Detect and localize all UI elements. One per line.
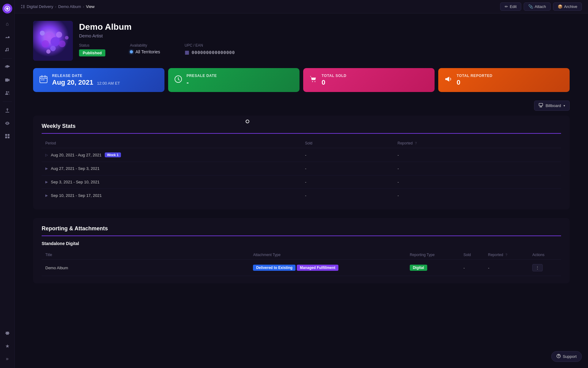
reporting-section: Reporting & Attachments Standalone Digit… — [33, 218, 570, 283]
svg-rect-28 — [43, 79, 44, 80]
expand-row-icon[interactable]: ▶ — [45, 167, 48, 171]
expand-sidebar-icon[interactable]: » — [2, 353, 13, 364]
total-reported-label: Total Reported — [457, 74, 492, 78]
sold-cell: - — [460, 260, 484, 276]
album-meta: Status Published Availability All Territ… — [79, 43, 570, 56]
table-row: ▶ Aug 27, 2021 - Sep 3, 2021 - - — [42, 162, 561, 175]
attach-button[interactable]: 📎 Attach — [524, 2, 551, 11]
stat-cards-row: Release Date Aug 20, 2021 12:00 AM ET Pr… — [33, 68, 570, 92]
edit-button[interactable]: ✏ Edit — [500, 2, 521, 11]
support-icon — [556, 354, 561, 359]
svg-point-17 — [56, 32, 62, 38]
reporting-title-cell: Demo Album — [42, 260, 249, 276]
billboard-label: Billboard — [545, 103, 561, 108]
breadcrumb-sep-1: › — [55, 4, 56, 9]
upload-icon[interactable] — [2, 105, 13, 116]
support-button[interactable]: Support — [551, 351, 582, 362]
expand-row-icon[interactable]: ▶ — [45, 180, 48, 184]
reporting-sub-title: Standalone Digital — [42, 241, 561, 246]
main-content: Digital Delivery › Demo Album › View ✏ E… — [15, 0, 588, 368]
col-reported: Reported ? — [484, 250, 529, 260]
period-text: Sep 10, 2021 - Sep 17, 2021 — [51, 193, 102, 198]
breadcrumb-root[interactable]: Digital Delivery — [27, 4, 53, 9]
page-content: Demo Album Demo Artist Status Published … — [15, 13, 588, 368]
total-reported-value: 0 — [457, 79, 492, 86]
release-date-card: Release Date Aug 20, 2021 12:00 AM ET — [33, 68, 164, 92]
table-row: ▶ Sep 3, 2021 - Sep 10, 2021 - - — [42, 175, 561, 189]
attachment-tag: Delivered to Existing — [253, 265, 296, 271]
presale-date-card: Presale Date - — [168, 68, 300, 92]
svg-point-3 — [6, 91, 7, 93]
billboard-dropdown[interactable]: Billboard ▾ — [534, 101, 570, 111]
clock-icon — [174, 75, 182, 85]
archive-icon: 📦 — [558, 4, 563, 9]
reported-help-icon-2[interactable]: ? — [505, 253, 507, 257]
reported-help-icon[interactable]: ? — [415, 141, 417, 145]
reporting-table: Title Attachment Type Reporting Type Sol… — [42, 250, 561, 276]
reported-value: - — [394, 175, 561, 189]
release-date-sub: 12:00 AM ET — [97, 81, 120, 86]
attachment-type-cell: Delivered to ExistingManaged Fulfillment — [249, 260, 406, 276]
music-icon[interactable] — [2, 44, 13, 55]
attachment-tag: Managed Fulfillment — [297, 265, 338, 271]
breadcrumb-parent[interactable]: Demo Album — [58, 4, 81, 9]
svg-point-31 — [315, 81, 315, 82]
sidebar-divider — [3, 58, 12, 59]
col-actions: Actions — [529, 250, 561, 260]
svg-rect-11 — [21, 7, 22, 8]
release-date-info: Release Date Aug 20, 2021 12:00 AM ET — [52, 74, 120, 86]
video-icon[interactable] — [2, 75, 13, 86]
release-date-value: Aug 20, 2021 12:00 AM ET — [52, 79, 120, 86]
home-icon[interactable]: ⌂ — [2, 18, 13, 29]
expand-row-icon[interactable]: ▷ — [45, 153, 48, 157]
album-title: Demo Album — [79, 22, 570, 32]
chevron-down-icon: ▾ — [564, 104, 565, 107]
action-button[interactable]: ⋮ — [532, 264, 543, 271]
album-artwork — [33, 21, 73, 61]
svg-rect-6 — [5, 134, 7, 136]
period-text: Aug 20, 2021 - Aug 27, 2021 — [51, 153, 102, 157]
breadcrumb-current: View — [86, 4, 95, 9]
col-sold: Sold — [460, 250, 484, 260]
col-reported: Reported ? — [394, 139, 561, 148]
availability-label: Availability — [130, 43, 160, 48]
chart-icon[interactable] — [2, 31, 13, 42]
col-title: Title — [42, 250, 249, 260]
total-sold-info: Total Sold 0 — [322, 74, 346, 86]
sidebar: ⌂ ★ » — [0, 0, 15, 368]
settings-icon[interactable] — [2, 328, 13, 339]
topbar: Digital Delivery › Demo Album › View ✏ E… — [15, 0, 588, 13]
calendar-icon — [39, 75, 48, 85]
barcode-icon: ▦ — [185, 49, 189, 55]
week-badge: Week 1 — [105, 152, 121, 157]
archive-button[interactable]: 📦 Archive — [553, 2, 582, 11]
svg-rect-9 — [8, 136, 9, 138]
table-row: ▶ Sep 10, 2021 - Sep 17, 2021 - - — [42, 189, 561, 202]
svg-rect-10 — [21, 5, 22, 6]
app-logo[interactable] — [2, 4, 12, 13]
period-text: Aug 27, 2021 - Sep 3, 2021 — [51, 166, 100, 171]
svg-point-21 — [46, 49, 51, 54]
star-icon[interactable]: ★ — [2, 340, 13, 351]
svg-point-15 — [42, 40, 49, 48]
presale-date-label: Presale Date — [187, 74, 217, 78]
svg-point-4 — [8, 91, 9, 93]
availability-dot — [130, 50, 133, 53]
expand-row-icon[interactable]: ▶ — [45, 194, 48, 197]
layers-icon[interactable] — [2, 62, 13, 73]
svg-rect-32 — [539, 103, 543, 106]
presale-date-value: - — [187, 79, 217, 86]
upc-meta: UPC / EAN ▦ 000000000000000 — [185, 43, 235, 55]
availability-meta: Availability All Territories — [130, 43, 160, 54]
megaphone-icon — [444, 75, 452, 85]
people-icon[interactable] — [2, 87, 13, 98]
album-header: Demo Album Demo Artist Status Published … — [33, 21, 570, 61]
status-meta: Status Published — [79, 43, 105, 56]
grid-icon[interactable] — [2, 131, 13, 142]
actions-cell: ⋮ — [529, 260, 561, 276]
weekly-stats-table: Period Sold Reported ? ▷ Aug 20, 2021 - … — [42, 139, 561, 202]
svg-rect-12 — [23, 5, 24, 8]
svg-point-22 — [65, 36, 69, 40]
svg-rect-27 — [41, 79, 43, 80]
eye-icon[interactable] — [2, 118, 13, 129]
